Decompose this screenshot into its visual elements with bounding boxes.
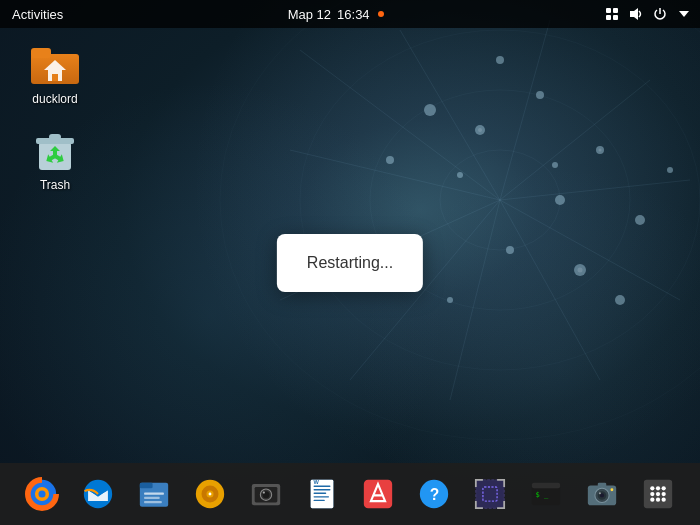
taskbar-software-center[interactable] [352, 468, 404, 520]
taskbar-thunderbird[interactable] [72, 468, 124, 520]
home-folder-label: ducklord [32, 92, 77, 106]
svg-rect-70 [314, 493, 327, 494]
svg-point-22 [386, 156, 394, 164]
taskbar-camera[interactable] [576, 468, 628, 520]
power-icon[interactable] [652, 6, 668, 22]
home-folder-icon[interactable]: ducklord [20, 40, 90, 106]
svg-rect-89 [598, 483, 607, 487]
taskbar: W ? [0, 463, 700, 525]
svg-text:?: ? [430, 486, 440, 503]
svg-point-100 [662, 498, 666, 502]
svg-point-29 [496, 56, 504, 64]
trash-label: Trash [40, 178, 70, 192]
topbar-dropdown-icon[interactable] [676, 6, 692, 22]
volume-icon[interactable] [628, 6, 644, 22]
svg-text:$ _: $ _ [535, 490, 549, 499]
svg-line-5 [500, 200, 680, 300]
svg-point-88 [599, 492, 601, 494]
taskbar-show-apps[interactable] [632, 468, 684, 520]
svg-point-97 [662, 492, 666, 496]
topbar-center: Map 12 16:34 [288, 7, 384, 22]
svg-point-32 [599, 149, 602, 152]
svg-point-21 [635, 215, 645, 225]
svg-rect-44 [52, 74, 58, 81]
svg-point-96 [656, 492, 660, 496]
svg-marker-39 [679, 11, 689, 17]
svg-rect-54 [144, 493, 164, 495]
svg-line-4 [500, 180, 690, 200]
svg-rect-41 [31, 48, 51, 58]
svg-rect-47 [49, 134, 61, 140]
svg-point-16 [536, 91, 544, 99]
svg-point-33 [578, 268, 583, 273]
desktop-icons: ducklord [20, 40, 90, 192]
trash-icon[interactable]: Trash [20, 126, 90, 192]
svg-line-2 [500, 20, 550, 200]
svg-point-50 [38, 490, 45, 497]
svg-text:W: W [314, 479, 320, 485]
time: 16:34 [337, 7, 370, 22]
desktop: Activities Map 12 16:34 [0, 0, 700, 525]
topbar-right [604, 6, 692, 22]
svg-point-65 [263, 492, 265, 494]
svg-point-92 [650, 486, 654, 490]
svg-point-19 [555, 195, 565, 205]
svg-rect-55 [144, 497, 160, 499]
svg-rect-69 [314, 489, 331, 490]
taskbar-help[interactable]: ? [408, 468, 460, 520]
svg-point-28 [667, 167, 673, 173]
svg-point-17 [424, 104, 436, 116]
svg-rect-79 [476, 480, 504, 508]
svg-rect-72 [314, 500, 325, 501]
svg-rect-35 [613, 8, 618, 13]
svg-marker-38 [630, 8, 638, 20]
svg-rect-34 [606, 8, 611, 13]
restart-text: Restarting... [307, 254, 393, 271]
svg-rect-68 [314, 486, 331, 487]
svg-point-90 [611, 488, 614, 491]
taskbar-terminal[interactable]: $ _ [520, 468, 572, 520]
svg-rect-82 [532, 483, 560, 489]
svg-rect-71 [314, 496, 330, 497]
svg-point-26 [615, 295, 625, 305]
svg-rect-56 [144, 501, 162, 503]
activities-button[interactable]: Activities [8, 7, 67, 22]
svg-point-23 [506, 246, 514, 254]
taskbar-shotwell[interactable] [240, 468, 292, 520]
app-name: Map 12 [288, 7, 331, 22]
taskbar-rhythmbox[interactable] [184, 468, 236, 520]
notification-dot [378, 11, 384, 17]
taskbar-files[interactable] [128, 468, 180, 520]
svg-point-30 [552, 162, 558, 168]
svg-point-98 [650, 498, 654, 502]
svg-point-31 [478, 128, 482, 132]
svg-rect-36 [606, 15, 611, 20]
taskbar-firefox[interactable] [16, 468, 68, 520]
svg-point-95 [650, 492, 654, 496]
svg-rect-37 [613, 15, 618, 20]
svg-point-93 [656, 486, 660, 490]
taskbar-screenshot[interactable] [464, 468, 516, 520]
taskbar-writer[interactable]: W [296, 468, 348, 520]
svg-line-1 [400, 30, 500, 200]
svg-rect-53 [140, 483, 153, 489]
svg-line-6 [500, 200, 600, 380]
svg-point-94 [662, 486, 666, 490]
svg-point-25 [447, 297, 453, 303]
restart-dialog: Restarting... [277, 234, 423, 292]
trash-image [31, 126, 79, 174]
svg-line-3 [500, 80, 650, 200]
topbar: Activities Map 12 16:34 [0, 0, 700, 28]
svg-line-0 [300, 50, 500, 200]
network-icon[interactable] [604, 6, 620, 22]
svg-point-60 [209, 493, 212, 496]
topbar-left: Activities [8, 7, 67, 22]
svg-point-20 [457, 172, 463, 178]
home-folder-image [31, 40, 79, 88]
svg-point-99 [656, 498, 660, 502]
